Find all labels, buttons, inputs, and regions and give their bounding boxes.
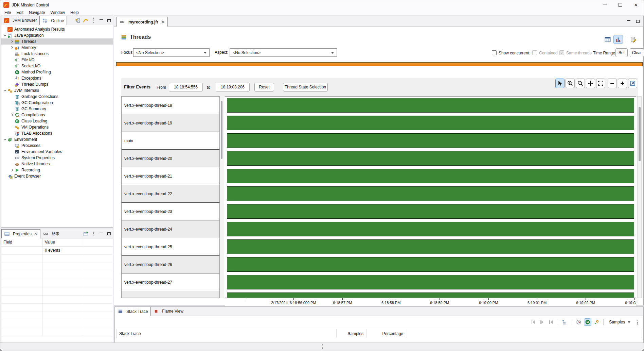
thread-row[interactable]: vert.x-eventloop-thread-18 xyxy=(122,97,219,114)
thread-activity-bar[interactable] xyxy=(227,98,634,113)
outline-item-memory[interactable]: Memory xyxy=(1,45,113,51)
thread-activity-bar[interactable] xyxy=(227,257,634,272)
thread-row[interactable]: vert.x-eventloop-thread-25 xyxy=(122,238,219,256)
thread-activity-chart[interactable] xyxy=(225,96,636,298)
outline-item-system-properties[interactable]: System Properties xyxy=(1,155,113,161)
outline-item-processes[interactable]: Processes xyxy=(1,143,113,149)
chevron-expanded-icon[interactable] xyxy=(2,88,7,93)
outline-item-thread-dumps[interactable]: Thread Dumps xyxy=(1,81,113,87)
thread-row[interactable] xyxy=(122,291,219,298)
pan-tool-icon[interactable] xyxy=(586,79,595,88)
column-field[interactable]: Field xyxy=(1,238,43,246)
samples-dropdown[interactable]: Samples xyxy=(607,319,632,325)
prev-frame-icon[interactable] xyxy=(530,319,537,325)
outline-item-event-browser[interactable]: Event Browser xyxy=(1,173,113,179)
method-profiling-toggle-icon[interactable]: M xyxy=(584,319,591,325)
thread-row[interactable]: vert.x-eventloop-thread-26 xyxy=(122,256,219,273)
column-samples[interactable]: Samples xyxy=(337,329,366,338)
next-frame-icon[interactable] xyxy=(539,319,545,325)
tab-jvm-browser[interactable]: JVM Browser xyxy=(1,16,39,25)
table-row[interactable] xyxy=(1,328,113,336)
time-range-clear-button[interactable]: Clear xyxy=(630,48,644,57)
outline-item-vm-operations[interactable]: VM Operations xyxy=(1,124,113,130)
table-row[interactable] xyxy=(1,263,113,271)
outline-item-java-application[interactable]: Java Application xyxy=(1,32,113,38)
tab-flame-view[interactable]: Flame View xyxy=(151,307,186,316)
thread-row[interactable]: vert.x-eventloop-thread-20 xyxy=(122,150,219,167)
outline-item-native-libraries[interactable]: Native Libraries xyxy=(1,161,113,167)
tree-view-icon[interactable] xyxy=(561,319,568,325)
grow-range-icon[interactable] xyxy=(618,79,627,88)
navigate-out-icon[interactable] xyxy=(628,79,637,88)
outline-item-lock-instances[interactable]: Lock Instances xyxy=(1,51,113,57)
thread-row[interactable]: vert.x-eventloop-thread-27 xyxy=(122,273,219,291)
filter-to-input[interactable] xyxy=(216,83,250,91)
cursor-tool-icon[interactable] xyxy=(555,79,565,88)
tab-stack-trace[interactable]: Stack Trace xyxy=(115,307,151,316)
chevron-collapsed-icon[interactable] xyxy=(10,168,15,172)
collapse-all-icon[interactable] xyxy=(83,18,88,23)
outline-item-exceptions[interactable]: JExceptions xyxy=(1,75,113,81)
outline-item-method-profiling[interactable]: MMethod Profiling xyxy=(1,69,113,75)
table-row[interactable] xyxy=(1,287,113,296)
maximize-window-icon[interactable] xyxy=(612,0,628,10)
view-menu-icon[interactable] xyxy=(634,320,640,325)
menu-edit[interactable]: Edit xyxy=(14,10,26,15)
menu-navigate[interactable]: Navigate xyxy=(26,10,48,15)
chevron-collapsed-icon[interactable] xyxy=(10,113,15,117)
outline-item-jvm-internals[interactable]: JVM Internals xyxy=(1,87,113,94)
thread-row[interactable]: vert.x-eventloop-thread-23 xyxy=(122,203,219,220)
minimize-view-icon[interactable] xyxy=(99,231,104,236)
chevron-expanded-icon[interactable] xyxy=(2,33,7,38)
tab-results[interactable]: 結果 xyxy=(40,229,62,238)
tab-properties[interactable]: Properties ✕ xyxy=(1,229,40,238)
outline-item-gc-configuration[interactable]: GC Configuration xyxy=(1,100,113,106)
table-row[interactable]: 0 events xyxy=(1,247,113,255)
thread-state-selection-button[interactable]: Thread State Selection xyxy=(283,83,328,91)
edit-page-icon[interactable] xyxy=(629,35,638,44)
menu-help[interactable]: Help xyxy=(68,10,82,15)
minimize-editor-icon[interactable] xyxy=(626,19,631,24)
chevron-expanded-icon[interactable] xyxy=(2,137,7,142)
focus-select[interactable]: <No Selection> xyxy=(133,48,210,57)
thread-activity-bar[interactable] xyxy=(227,275,634,289)
link-with-editor-icon[interactable] xyxy=(75,18,80,23)
outline-item-garbage-collections[interactable]: Garbage Collections xyxy=(1,94,113,100)
outline-item-recording[interactable]: Recording xyxy=(1,167,113,173)
outline-item-socket-i-o[interactable]: Socket I/O xyxy=(1,63,113,69)
table-row[interactable] xyxy=(1,296,113,304)
outline-item-compilations[interactable]: 010Compilations xyxy=(1,112,113,118)
thread-activity-bar[interactable] xyxy=(227,116,634,130)
menu-window[interactable]: Window xyxy=(48,10,68,15)
table-row[interactable] xyxy=(1,271,113,279)
thread-activity-bar[interactable] xyxy=(227,186,634,201)
thread-row[interactable]: vert.x-eventloop-thread-19 xyxy=(122,114,219,132)
reset-frame-icon[interactable] xyxy=(548,319,554,325)
thread-row[interactable]: vert.x-eventloop-thread-21 xyxy=(122,167,219,185)
tab-myrecording[interactable]: myrecording.jfr ✕ xyxy=(116,17,168,27)
reset-button[interactable]: Reset xyxy=(254,83,274,91)
thread-activity-bar[interactable] xyxy=(227,204,634,219)
close-window-icon[interactable]: ✕ xyxy=(628,0,644,10)
zoom-selection-icon[interactable] xyxy=(596,79,605,88)
outline-item-automated-analysis-results[interactable]: Automated Analysis Results xyxy=(1,26,113,32)
table-row[interactable] xyxy=(1,320,113,328)
open-in-new-window-icon[interactable] xyxy=(83,231,88,236)
table-row[interactable] xyxy=(1,279,113,287)
thread-activity-bar[interactable] xyxy=(227,292,634,298)
view-menu-icon[interactable] xyxy=(91,231,96,236)
show-concurrent-checkbox[interactable] xyxy=(492,50,497,55)
close-tab-icon[interactable]: ✕ xyxy=(161,20,164,24)
thread-row[interactable]: vert.x-eventloop-thread-24 xyxy=(122,220,219,238)
chevron-collapsed-icon[interactable] xyxy=(10,45,15,50)
thread-row[interactable]: vert.x-eventloop-thread-22 xyxy=(122,185,219,203)
chevron-collapsed-icon[interactable] xyxy=(10,39,15,44)
minimize-window-icon[interactable] xyxy=(597,0,612,10)
tab-outline[interactable]: Outline xyxy=(39,16,67,25)
outline-item-threads[interactable]: Threads xyxy=(1,38,113,45)
outline-item-tlab-allocations[interactable]: TLAB Allocations xyxy=(1,130,113,136)
column-stack-trace[interactable]: Stack Trace xyxy=(117,329,337,338)
zoom-in-icon[interactable] xyxy=(566,79,575,88)
column-percentage[interactable]: Percentage xyxy=(366,329,406,338)
minimize-view-icon[interactable] xyxy=(99,18,104,23)
